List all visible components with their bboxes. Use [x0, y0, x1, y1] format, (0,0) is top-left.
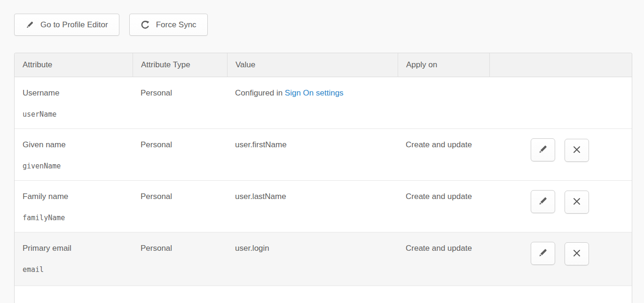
- apply-on-cell: Create and update: [398, 129, 489, 181]
- attribute-label: Given name: [23, 140, 129, 150]
- table-header-row: Attribute Attribute Type Value Apply on: [15, 53, 632, 77]
- edit-attribute-button[interactable]: [531, 138, 555, 161]
- force-sync-label: Force Sync: [156, 20, 196, 30]
- value-text: Configured in: [235, 88, 285, 97]
- attribute-label: Username: [23, 88, 129, 98]
- value-cell: Configured in Sign On settings: [227, 77, 398, 129]
- column-header-attribute-type: Attribute Type: [133, 53, 227, 77]
- edit-attribute-button[interactable]: [531, 190, 555, 213]
- force-sync-button[interactable]: Force Sync: [129, 14, 208, 36]
- attribute-type-cell: Personal: [133, 232, 227, 286]
- attribute-variable-name: userName: [23, 110, 129, 119]
- attribute-type-cell: Personal: [133, 181, 227, 232]
- actions-cell: [489, 77, 632, 129]
- pencil-icon: [25, 20, 34, 29]
- column-header-attribute: Attribute: [15, 53, 133, 77]
- pencil-icon: [538, 247, 548, 259]
- table-row-given-name: Given name givenName Personal user.first…: [15, 129, 632, 181]
- delete-attribute-button[interactable]: [565, 191, 589, 214]
- table-row-username: Username userName Personal Configured in…: [15, 77, 632, 129]
- attribute-variable-name: familyName: [23, 214, 129, 222]
- toolbar: Go to Profile Editor Force Sync: [0, 0, 644, 36]
- attribute-type-cell: Personal: [133, 129, 227, 181]
- delete-attribute-button[interactable]: [565, 139, 589, 162]
- close-icon: [572, 145, 581, 156]
- delete-attribute-button[interactable]: [565, 242, 589, 265]
- apply-on-cell: [398, 77, 489, 129]
- table-row-partial: [15, 286, 632, 303]
- value-cell: user.firstName: [227, 129, 398, 181]
- close-icon: [572, 197, 581, 207]
- pencil-icon: [538, 196, 548, 207]
- column-header-apply-on: Apply on: [398, 53, 489, 77]
- actions-cell: [489, 129, 632, 181]
- actions-cell: [489, 232, 632, 286]
- column-header-value: Value: [227, 53, 398, 77]
- attribute-label: Family name: [23, 192, 129, 201]
- value-cell: user.login: [227, 232, 398, 286]
- column-header-actions: [489, 53, 632, 77]
- actions-cell: [489, 181, 632, 232]
- edit-attribute-button[interactable]: [531, 242, 555, 265]
- attribute-type-cell: Personal: [133, 77, 227, 129]
- attribute-variable-name: email: [23, 265, 129, 274]
- attribute-variable-name: givenName: [23, 162, 129, 170]
- table-row-family-name: Family name familyName Personal user.las…: [15, 181, 632, 232]
- value-cell: user.lastName: [227, 181, 398, 232]
- sign-on-settings-link[interactable]: Sign On settings: [285, 88, 344, 97]
- attribute-mapping-table: Attribute Attribute Type Value Apply on …: [14, 53, 632, 303]
- apply-on-cell: Create and update: [398, 232, 489, 286]
- close-icon: [572, 248, 581, 259]
- go-to-profile-editor-label: Go to Profile Editor: [40, 20, 108, 30]
- apply-on-cell: Create and update: [398, 181, 489, 232]
- refresh-icon: [141, 20, 150, 30]
- attribute-label: Primary email: [23, 244, 129, 253]
- pencil-icon: [538, 144, 548, 156]
- go-to-profile-editor-button[interactable]: Go to Profile Editor: [14, 14, 119, 36]
- table-row-primary-email: Primary email email Personal user.login …: [15, 232, 632, 286]
